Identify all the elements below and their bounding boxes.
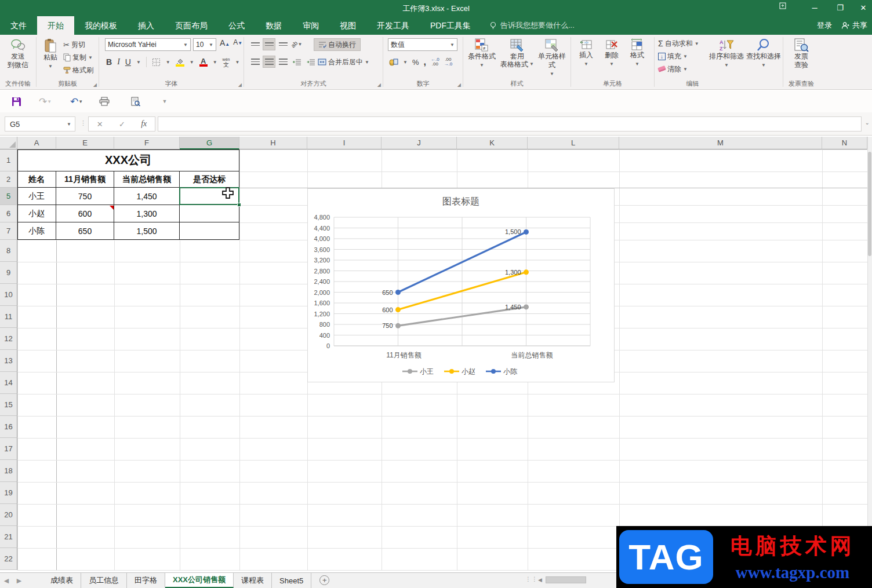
table-cell[interactable]: 1,500 [114, 222, 180, 240]
borders-icon[interactable] [152, 58, 161, 67]
font-size-select[interactable]: 10▼ [193, 38, 216, 51]
format-cells-button[interactable]: 格式 ▼ [626, 36, 649, 68]
borders-dropdown-icon[interactable]: ▼ [166, 60, 170, 65]
format-as-table-button[interactable]: 套用 表格格式▼ [499, 36, 535, 68]
column-header-I[interactable]: I [307, 137, 382, 149]
share-button[interactable]: 共享 [841, 20, 867, 31]
underline-button[interactable]: U [125, 57, 131, 67]
column-header-F[interactable]: F [114, 137, 180, 149]
column-header-J[interactable]: J [382, 137, 457, 149]
table-cell[interactable]: 600 [56, 205, 114, 222]
table-cell[interactable]: 小王 [17, 188, 56, 205]
insert-cells-button[interactable]: 插入 ▼ [575, 36, 598, 68]
insert-function-button[interactable]: fx [141, 119, 147, 129]
font-dialog-launcher-icon[interactable]: ◢ [238, 82, 242, 87]
paste-button[interactable]: 粘贴 ▼ [40, 36, 61, 71]
align-center-button[interactable] [263, 56, 275, 68]
column-header-H[interactable]: H [239, 137, 307, 149]
copy-button[interactable]: 复制▼ [63, 51, 93, 64]
minimize-button[interactable]: ─ [806, 2, 823, 14]
row-header-19[interactable]: 19 [0, 482, 17, 504]
row-header-6[interactable]: 6 [0, 205, 17, 222]
phonetic-dropdown-icon[interactable]: ▼ [235, 60, 239, 65]
sheet-tab-1[interactable]: 成绩表 [43, 573, 81, 588]
autosum-button[interactable]: Σ自动求和▼ [658, 37, 699, 50]
sheet-tab-6[interactable]: Sheet5 [272, 573, 311, 588]
merge-center-button[interactable]: 合并后居中 ▼ [314, 56, 373, 68]
number-dialog-launcher-icon[interactable]: ◢ [457, 82, 461, 87]
vertical-scrollbar-thumb[interactable] [868, 152, 871, 256]
sheet-tab-4[interactable]: XXX公司销售额 [165, 573, 234, 588]
table-cell[interactable]: 1,450 [114, 188, 180, 205]
menu-tab-11[interactable]: PDF工具集 [420, 16, 481, 35]
print-preview-button[interactable] [129, 94, 143, 109]
row-header-9[interactable]: 9 [0, 262, 17, 284]
conditional-formatting-button[interactable]: ≠ 条件格式 ▼ [466, 36, 498, 70]
grow-font-button[interactable]: A▲ [220, 38, 230, 48]
font-family-select[interactable]: Microsoft YaHei▼ [105, 38, 191, 51]
send-to-wechat-button[interactable]: 发送 到微信 [0, 36, 36, 70]
row-header-16[interactable]: 16 [0, 416, 17, 438]
find-select-button[interactable]: 查找和选择 ▼ [745, 36, 782, 70]
decrease-indent-button[interactable] [290, 56, 303, 68]
row-header-11[interactable]: 11 [0, 306, 17, 328]
paste-dropdown-icon[interactable]: ▼ [48, 62, 53, 71]
name-box[interactable]: G5 ▼ [5, 116, 75, 132]
redo-button[interactable]: ↷▼ [36, 94, 54, 109]
decrease-decimal-button[interactable]: .00→.0 [444, 57, 453, 67]
row-header-5[interactable]: 5 [0, 188, 17, 205]
menu-tab-5[interactable]: 页面布局 [165, 16, 218, 35]
align-left-button[interactable] [249, 56, 261, 68]
menu-tab-6[interactable]: 公式 [218, 16, 255, 35]
sheet-tab-3[interactable]: 田字格 [127, 573, 165, 588]
delete-cells-button[interactable]: 删除 ▼ [600, 36, 623, 68]
underline-dropdown-icon[interactable]: ▼ [136, 60, 141, 65]
tabbar-splitter[interactable]: ⋮⋮ [525, 576, 538, 582]
menu-tab-1[interactable]: 文件 [0, 16, 37, 35]
table-header-cell[interactable]: 是否达标 [180, 171, 239, 188]
cancel-entry-icon[interactable]: ✕ [97, 120, 103, 129]
row-header-14[interactable]: 14 [0, 372, 17, 394]
row-header-13[interactable]: 13 [0, 350, 17, 372]
italic-button[interactable]: I [117, 57, 120, 67]
row-header-2[interactable]: 2 [0, 171, 17, 188]
menu-tab-10[interactable]: 开发工具 [366, 16, 420, 35]
alignment-dialog-launcher-icon[interactable]: ◢ [377, 82, 381, 87]
orientation-button[interactable]: ab▼ [290, 38, 303, 50]
row-header-21[interactable]: 21 [0, 526, 17, 548]
fill-button[interactable]: ↓填充▼ [658, 50, 699, 63]
formula-bar-splitter[interactable]: ⋮ [80, 119, 87, 127]
sheet-tab-2[interactable]: 员工信息 [81, 573, 127, 588]
table-header-cell[interactable]: 姓名 [17, 171, 56, 188]
percent-style-button[interactable]: % [412, 58, 419, 67]
row-header-18[interactable]: 18 [0, 460, 17, 482]
formula-bar-expand-icon[interactable]: ⌄ [865, 119, 870, 126]
wrap-text-button[interactable]: 自动换行 [314, 38, 361, 51]
bold-button[interactable]: B [106, 57, 112, 67]
row-header-17[interactable]: 17 [0, 438, 17, 460]
sheet-nav-right-icon[interactable]: ▶ [13, 573, 26, 588]
comma-style-button[interactable]: , [423, 57, 426, 67]
undo-button[interactable]: ↶▼ [67, 94, 86, 109]
row-header-1[interactable]: 1 [0, 149, 17, 171]
sign-in-link[interactable]: 登录 [817, 20, 832, 31]
table-cell[interactable] [180, 205, 239, 222]
align-top-button[interactable] [249, 38, 261, 50]
cut-button[interactable]: ✂剪切 [63, 38, 93, 51]
maximize-button[interactable]: ❐ [831, 2, 849, 14]
format-painter-button[interactable]: 格式刷 [63, 64, 93, 76]
accounting-format-icon[interactable] [389, 58, 398, 66]
row-header-20[interactable]: 20 [0, 504, 17, 526]
align-right-button[interactable] [277, 56, 289, 68]
column-header-K[interactable]: K [457, 137, 528, 149]
table-cell[interactable] [180, 222, 239, 240]
horizontal-scrollbar-thumb[interactable] [546, 576, 586, 583]
select-all-corner[interactable] [0, 137, 17, 149]
invoice-check-button[interactable]: 发票 查验 [783, 36, 819, 70]
column-header-G[interactable]: G [180, 137, 239, 149]
table-cell[interactable]: 650 [56, 222, 114, 240]
new-sheet-button[interactable]: + [319, 575, 329, 585]
row-header-8[interactable]: 8 [0, 240, 17, 262]
font-color-dropdown-icon[interactable]: ▼ [213, 60, 217, 65]
sheet-tab-5[interactable]: 课程表 [234, 573, 272, 588]
